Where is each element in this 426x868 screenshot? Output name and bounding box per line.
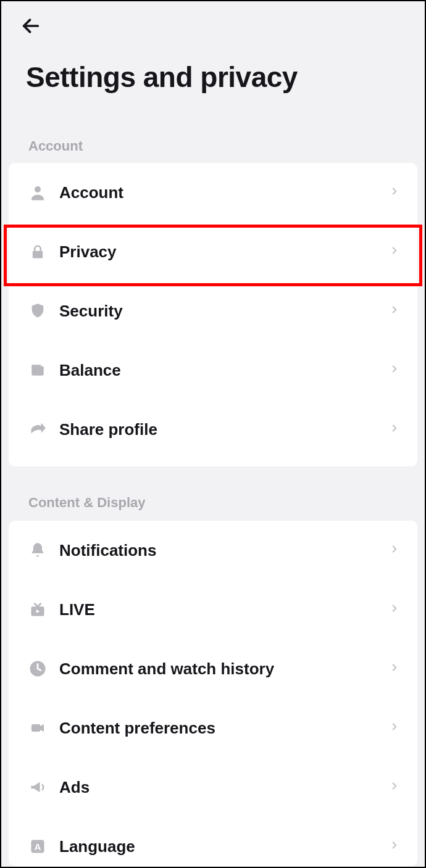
lock-icon [27, 241, 48, 262]
row-privacy[interactable]: Privacy [9, 222, 417, 281]
back-button[interactable] [19, 14, 43, 38]
row-comment-watch-history[interactable]: Comment and watch history [9, 639, 417, 698]
chevron-right-icon [389, 304, 400, 318]
chevron-right-icon [389, 662, 400, 676]
row-label: Comment and watch history [59, 659, 389, 679]
chevron-right-icon [389, 363, 400, 377]
svg-text:A: A [35, 841, 41, 852]
row-label: Privacy [59, 242, 389, 262]
row-label: Language [59, 837, 389, 856]
row-label: Security [59, 302, 389, 321]
row-label: Account [59, 183, 389, 202]
svg-rect-2 [33, 251, 43, 258]
chevron-right-icon [389, 544, 400, 557]
svg-rect-9 [31, 724, 40, 732]
chevron-right-icon [389, 840, 400, 853]
person-icon [27, 182, 48, 203]
row-security[interactable]: Security [9, 281, 417, 341]
shield-icon [27, 300, 48, 321]
row-label: Balance [59, 361, 389, 380]
section-header-account: Account [1, 138, 83, 154]
chevron-right-icon [389, 245, 400, 258]
chevron-right-icon [389, 186, 400, 199]
bell-icon [27, 540, 48, 561]
clock-icon [27, 658, 48, 679]
chevron-right-icon [389, 423, 400, 436]
share-icon [27, 419, 48, 440]
card-content: Notifications LIVE Comment and watch his… [9, 521, 417, 866]
row-account[interactable]: Account [9, 163, 417, 222]
row-label: Notifications [59, 541, 389, 560]
svg-rect-4 [31, 365, 41, 367]
row-label: Ads [59, 778, 389, 797]
card-account: Account Privacy Security Balance [9, 163, 417, 466]
row-balance[interactable]: Balance [9, 341, 417, 400]
row-content-preferences[interactable]: Content preferences [9, 698, 417, 758]
row-label: Share profile [59, 420, 389, 439]
row-language[interactable]: A Language [9, 817, 417, 868]
arrow-left-icon [20, 15, 41, 36]
megaphone-icon [27, 777, 48, 798]
chevron-right-icon [389, 603, 400, 616]
page-title: Settings and privacy [26, 60, 298, 94]
row-share-profile[interactable]: Share profile [9, 400, 417, 459]
row-notifications[interactable]: Notifications [9, 521, 417, 580]
live-tv-icon [27, 599, 48, 620]
svg-marker-10 [40, 724, 44, 732]
language-letter-icon: A [27, 836, 48, 857]
svg-point-1 [35, 186, 41, 192]
row-label: Content preferences [59, 719, 389, 738]
row-live[interactable]: LIVE [9, 580, 417, 639]
row-label: LIVE [59, 600, 389, 619]
chevron-right-icon [389, 721, 400, 735]
wallet-icon [27, 360, 48, 381]
section-header-content: Content & Display [1, 495, 145, 511]
chevron-right-icon [389, 780, 400, 794]
video-icon [27, 717, 48, 738]
row-ads[interactable]: Ads [9, 758, 417, 817]
